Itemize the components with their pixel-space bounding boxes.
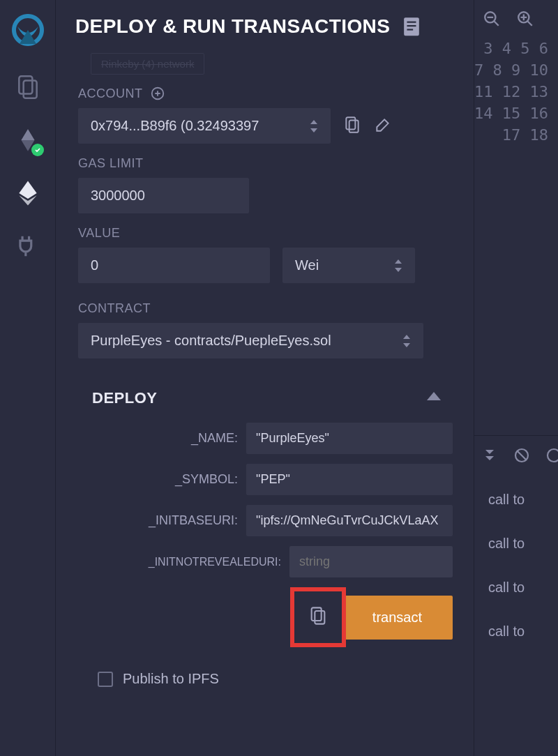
publish-ipfs-checkbox[interactable]: [98, 672, 113, 687]
console-clear-icon[interactable]: [513, 447, 530, 467]
svg-rect-0: [19, 76, 32, 93]
log-line: call to: [474, 566, 558, 610]
compile-success-badge: [31, 144, 44, 156]
transact-button[interactable]: transact: [342, 596, 453, 640]
account-select[interactable]: 0x794...B89f6 (0.32493397: [78, 108, 331, 144]
icon-rail: [0, 0, 56, 756]
value-input[interactable]: [91, 257, 257, 273]
console-expand-icon[interactable]: [481, 447, 498, 467]
stepper-icon: [394, 259, 402, 272]
publish-ipfs-label: Publish to IPFS: [123, 671, 219, 687]
collapse-deploy-icon[interactable]: [426, 392, 442, 405]
deploy-panel: DEPLOY & RUN TRANSACTIONS Rinkeby (4) ne…: [56, 0, 474, 756]
value-unit: Wei: [295, 257, 319, 273]
svg-rect-1: [23, 81, 36, 98]
contract-select[interactable]: PurpleEyes - contracts/PuepleEyes.sol: [78, 323, 423, 358]
svg-point-14: [548, 449, 558, 462]
param-label-symbol: _SYMBOL:: [92, 472, 238, 487]
value-input-wrap: [78, 248, 270, 283]
environment-ghost: Rinkeby (4) network: [91, 53, 204, 75]
plugin-manager-icon[interactable]: [15, 233, 41, 259]
copy-params-highlight: [290, 587, 346, 647]
value-label: VALUE: [78, 226, 120, 241]
edit-account-icon[interactable]: [374, 116, 392, 137]
log-line: call to: [474, 610, 558, 653]
param-input-initnotrevealeduri[interactable]: [289, 546, 453, 577]
gas-limit-input[interactable]: [91, 188, 236, 204]
log-line: call to: [474, 522, 558, 566]
editor-column: 3 4 5 6 7 8 9 10 11 12 13 14 15 16 17 18…: [474, 0, 558, 756]
contract-selected: PurpleEyes - contracts/PuepleEyes.sol: [91, 333, 331, 349]
gas-limit-input-wrap: [78, 178, 249, 213]
console: call to call to call to call to: [474, 435, 558, 756]
gas-limit-label: GAS LIMIT: [78, 156, 144, 171]
line-number-gutter: 3 4 5 6 7 8 9 10 11 12 13 14 15 16 17 18: [474, 38, 548, 146]
param-input-name[interactable]: [246, 423, 453, 454]
log-line: call to: [474, 478, 558, 522]
zoom-out-icon[interactable]: [483, 10, 501, 28]
file-explorer-icon[interactable]: [15, 74, 41, 100]
svg-rect-3: [407, 22, 416, 23]
svg-rect-5: [407, 29, 414, 30]
account-selected: 0x794...B89f6 (0.32493397: [91, 118, 259, 134]
copy-account-icon[interactable]: [343, 116, 361, 137]
account-label: ACCOUNT: [78, 86, 143, 101]
docs-icon[interactable]: [402, 16, 421, 37]
param-input-initbaseuri[interactable]: [246, 505, 453, 536]
solidity-compiler-icon[interactable]: [15, 127, 41, 153]
svg-rect-8: [349, 120, 359, 132]
param-label-initnotrevealeduri: _INITNOTREVEALEDURI:: [92, 556, 281, 568]
stepper-icon: [310, 120, 318, 133]
zoom-in-icon[interactable]: [516, 10, 534, 28]
panel-title: DEPLOY & RUN TRANSACTIONS: [75, 15, 390, 38]
console-pending-icon[interactable]: [545, 447, 558, 467]
svg-rect-9: [312, 607, 322, 621]
app-logo: [10, 13, 45, 47]
copy-params-icon[interactable]: [308, 606, 328, 628]
svg-rect-7: [346, 117, 355, 129]
param-label-name: _NAME:: [92, 431, 238, 446]
param-label-initbaseuri: _INITBASEURI:: [92, 513, 238, 528]
deploy-title: DEPLOY: [92, 389, 157, 407]
deploy-run-icon[interactable]: [15, 180, 41, 206]
stepper-icon: [402, 335, 411, 347]
param-input-symbol[interactable]: [246, 464, 453, 495]
deploy-block: DEPLOY _NAME: _SYMBOL: _INITBASEURI: _IN…: [92, 389, 454, 687]
svg-rect-4: [407, 25, 416, 27]
value-unit-select[interactable]: Wei: [282, 248, 415, 283]
svg-rect-10: [315, 611, 324, 624]
contract-label: CONTRACT: [78, 301, 151, 316]
add-account-icon[interactable]: [150, 86, 165, 101]
